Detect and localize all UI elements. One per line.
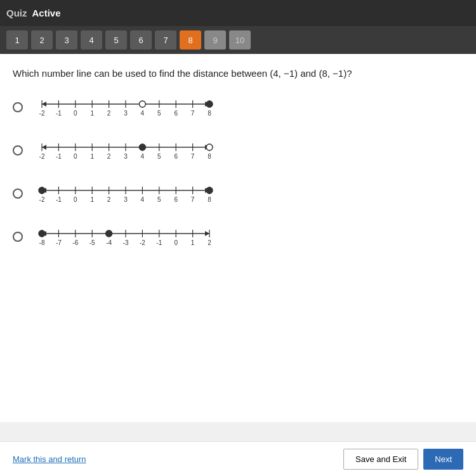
svg-text:2: 2 — [107, 153, 111, 160]
question-nav-btn-6[interactable]: 6 — [130, 30, 152, 50]
svg-text:8: 8 — [208, 196, 211, 203]
svg-text:3: 3 — [124, 196, 128, 203]
question-nav-btn-10: 10 — [229, 30, 251, 50]
question-nav-btn-1[interactable]: 1 — [6, 30, 28, 50]
radio-B[interactable] — [13, 145, 23, 155]
svg-text:1: 1 — [191, 239, 195, 246]
mark-return-link[interactable]: Mark this and return — [13, 454, 86, 464]
radio-D[interactable] — [13, 232, 23, 242]
svg-text:8: 8 — [208, 110, 211, 117]
answers-container: -2-1012345678 -2-1012345678 -2-101234567… — [13, 93, 463, 251]
question-nav-btn-2[interactable]: 2 — [31, 30, 53, 50]
svg-text:-5: -5 — [89, 239, 95, 246]
svg-text:2: 2 — [208, 239, 211, 246]
svg-text:6: 6 — [174, 153, 178, 160]
radio-A[interactable] — [13, 102, 23, 112]
question-nav-btn-4[interactable]: 4 — [81, 30, 102, 50]
svg-point-106 — [39, 230, 45, 237]
svg-text:5: 5 — [157, 153, 161, 160]
svg-text:2: 2 — [107, 110, 111, 117]
svg-point-52 — [139, 144, 145, 150]
active-label: Active — [32, 8, 61, 18]
svg-text:7: 7 — [191, 196, 195, 203]
next-button[interactable]: Next — [423, 449, 463, 470]
answer-option-D[interactable]: -8-7-6-5-4-3-2-1012 — [13, 222, 463, 251]
svg-text:6: 6 — [174, 196, 178, 203]
svg-text:7: 7 — [191, 153, 195, 160]
svg-text:7: 7 — [191, 110, 195, 117]
svg-text:4: 4 — [141, 110, 145, 117]
svg-text:4: 4 — [141, 153, 145, 160]
svg-marker-82 — [205, 231, 209, 236]
svg-text:1: 1 — [90, 110, 94, 117]
svg-text:-2: -2 — [140, 239, 145, 246]
svg-text:-7: -7 — [56, 239, 62, 246]
svg-point-26 — [206, 101, 213, 107]
svg-text:1: 1 — [90, 153, 94, 160]
number-line-B: -2-1012345678 — [30, 136, 221, 165]
svg-text:4: 4 — [141, 196, 145, 203]
number-line-C: -2-1012345678 — [30, 179, 221, 208]
question-nav: 12345678910 — [0, 26, 476, 54]
svg-point-107 — [106, 230, 112, 237]
question-nav-btn-8[interactable]: 8 — [180, 30, 201, 50]
save-exit-button[interactable]: Save and Exit — [343, 449, 418, 470]
svg-text:-1: -1 — [56, 196, 62, 203]
footer: Mark this and return Save and Exit Next — [0, 441, 476, 476]
svg-text:0: 0 — [74, 110, 77, 117]
svg-text:0: 0 — [74, 196, 77, 203]
svg-text:3: 3 — [124, 110, 128, 117]
quiz-label: Quiz — [6, 8, 27, 18]
question-nav-btn-9: 9 — [204, 30, 226, 50]
svg-text:8: 8 — [208, 153, 211, 160]
svg-text:0: 0 — [174, 239, 178, 246]
svg-text:1: 1 — [90, 196, 94, 203]
svg-text:-1: -1 — [56, 153, 62, 160]
question-nav-btn-3[interactable]: 3 — [56, 30, 77, 50]
top-bar: Quiz Active — [0, 0, 476, 26]
svg-text:-6: -6 — [72, 239, 78, 246]
svg-point-25 — [139, 101, 145, 107]
svg-point-53 — [206, 144, 213, 150]
svg-text:6: 6 — [174, 110, 178, 117]
svg-text:-2: -2 — [39, 196, 45, 203]
svg-text:-2: -2 — [39, 153, 45, 160]
question-text: Which number line can be used to find th… — [13, 67, 463, 80]
svg-text:-4: -4 — [106, 239, 112, 246]
number-line-A: -2-1012345678 — [30, 93, 221, 122]
answer-option-A[interactable]: -2-1012345678 — [13, 93, 463, 122]
number-line-D: -8-7-6-5-4-3-2-1012 — [30, 222, 221, 251]
svg-point-80 — [206, 187, 213, 194]
svg-text:-8: -8 — [39, 239, 45, 246]
svg-point-79 — [39, 187, 45, 194]
svg-text:5: 5 — [157, 110, 161, 117]
answer-option-C[interactable]: -2-1012345678 — [13, 179, 463, 208]
question-nav-btn-5[interactable]: 5 — [105, 30, 127, 50]
svg-text:-1: -1 — [156, 239, 162, 246]
radio-C[interactable] — [13, 188, 23, 199]
answer-option-B[interactable]: -2-1012345678 — [13, 136, 463, 165]
svg-text:-1: -1 — [56, 110, 62, 117]
svg-marker-2 — [42, 102, 46, 107]
question-nav-btn-7[interactable]: 7 — [155, 30, 176, 50]
svg-text:2: 2 — [107, 196, 111, 203]
svg-text:-3: -3 — [123, 239, 129, 246]
svg-text:0: 0 — [74, 153, 77, 160]
main-content: Which number line can be used to find th… — [0, 54, 476, 422]
svg-text:3: 3 — [124, 153, 128, 160]
svg-text:5: 5 — [157, 196, 161, 203]
svg-marker-29 — [42, 145, 46, 150]
svg-text:-2: -2 — [39, 110, 45, 117]
